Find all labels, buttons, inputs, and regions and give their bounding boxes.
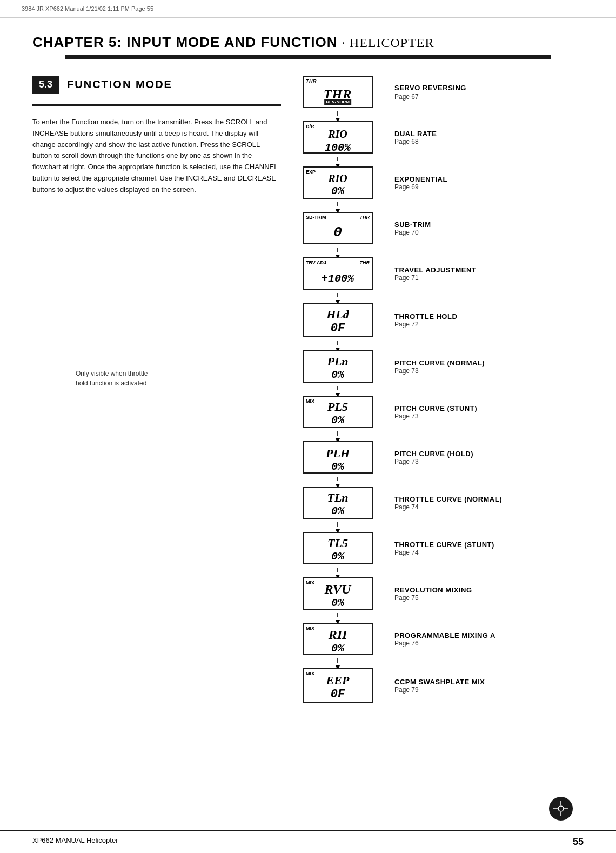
value-exp-top: RIO — [307, 172, 369, 185]
label-exp: EXP — [306, 169, 316, 175]
label-sub-trim: SUB-TRIM Page 70 — [384, 221, 431, 236]
page-pitch-stunt: Page 73 — [394, 412, 477, 420]
page-prog-mix: Page 76 — [394, 639, 496, 647]
value-travel: +100% — [307, 272, 369, 285]
func-pitch-hold: PITCH CURVE (HOLD) — [394, 450, 473, 458]
svg-point-0 — [558, 806, 564, 811]
value-eep: EEP — [307, 674, 369, 688]
arrow-8: ▼ — [303, 436, 373, 441]
label-mix-pm: MIX — [306, 625, 314, 631]
label-mix-ps: MIX — [306, 398, 314, 404]
value-tln-pct: 0% — [307, 505, 369, 517]
chapter-divider-bar — [65, 55, 551, 59]
connector-4 — [303, 248, 373, 252]
func-ccpm: CCPM SWASHPLATE MIX — [394, 678, 485, 686]
func-pitch-stunt: PITCH CURVE (STUNT) — [394, 404, 477, 412]
annotation-line2: hold function is activated — [76, 378, 173, 388]
arrow-1: ▼ — [303, 116, 373, 121]
flow-row-prog-mix: MIX RII 0% PROGRAMMABLE MIXING A Page 76 — [303, 623, 584, 655]
label-travel: TRAVEL ADJUSTMENT Page 71 — [384, 266, 476, 282]
annotation-note: Only visible when throttle hold function… — [76, 369, 173, 388]
flow-row-ccpm: MIX EEP 0F CCPM SWASHPLATE MIX Page 79 — [303, 668, 584, 703]
value-rvu: RVU — [307, 582, 369, 597]
label-thr-normal: THROTTLE CURVE (NORMAL) Page 74 — [384, 495, 502, 511]
display-travel: TRV ADJ THR +100% — [303, 257, 373, 290]
display-thr-normal: TLn 0% — [303, 487, 373, 519]
display-pitch-hold: PLH 0% — [303, 441, 373, 474]
label-sb-trim: SB-TRIM — [306, 215, 326, 220]
section-divider — [32, 104, 281, 106]
flow-row-dual-rate: D/R RIO 100% DUAL RATE Page 68 — [303, 121, 584, 154]
display-pitch-stunt: MIX PL5 0% — [303, 396, 373, 428]
display-thr-stunt: TL5 0% — [303, 532, 373, 564]
label-exp: EXPONENTIAL Page 69 — [384, 175, 447, 191]
value-rvu-pct: 0% — [307, 597, 369, 609]
annotation-line1: Only visible when throttle — [76, 369, 173, 378]
func-travel: TRAVEL ADJUSTMENT — [394, 266, 476, 274]
arrow-4: ▼ — [303, 252, 373, 257]
flow-row-thr-stunt: TL5 0% THROTTLE CURVE (STUNT) Page 74 — [303, 532, 584, 564]
page-sub-trim: Page 70 — [394, 229, 431, 236]
page-thr-stunt: Page 74 — [394, 549, 494, 556]
label-ccpm: CCPM SWASHPLATE MIX Page 79 — [384, 678, 485, 694]
arrow-9: ▼ — [303, 481, 373, 487]
display-dual-rate: D/R RIO 100% — [303, 121, 373, 154]
value-plh: PLH — [307, 447, 369, 461]
page-travel: Page 71 — [394, 274, 476, 282]
connector-11 — [303, 568, 373, 572]
connector-13 — [303, 658, 373, 663]
label-prog-mix: PROGRAMMABLE MIXING A Page 76 — [384, 631, 496, 647]
crosshair-circle — [549, 797, 573, 821]
section-header: 5.3 FUNCTION MODE — [32, 76, 281, 94]
crosshair-icon — [553, 801, 568, 816]
page-rev-mix: Page 75 — [394, 594, 472, 602]
value-rii-pct: 0% — [307, 642, 369, 655]
func-thr-stunt: THROTTLE CURVE (STUNT) — [394, 541, 494, 549]
arrow-3: ▼ — [303, 206, 373, 212]
arrow-11: ▼ — [303, 572, 373, 577]
footer-left: XP662 MANUAL Helicopter — [32, 836, 118, 848]
page-header: 3984 JR XP662 Manual 1/21/02 1:11 PM Pag… — [0, 0, 616, 18]
connector-2 — [303, 157, 373, 161]
value-pln: PLn — [307, 355, 369, 369]
value-hld-of: 0F — [307, 322, 369, 335]
rev-norm-badge: REV•NORM — [324, 99, 351, 105]
value-pls: PL5 — [307, 400, 369, 414]
value-hld: HLd — [307, 308, 369, 322]
display-pitch-normal: PLn 0% — [303, 350, 373, 383]
flow-row-sub-trim: SB-TRIM THR 0 SUB-TRIM Page 70 — [303, 212, 584, 244]
value-sub-trim: 0 — [307, 224, 369, 241]
value-pln-pct: 0% — [307, 369, 369, 381]
flow-row-pitch-normal: PLn 0% PITCH CURVE (NORMAL) Page 73 — [303, 350, 584, 383]
value-dual-rate: RIO — [307, 128, 369, 142]
label-mix-ccpm: MIX — [306, 671, 314, 676]
connector-3 — [303, 202, 373, 206]
connector-7 — [303, 386, 373, 390]
label-trv-adj: TRV ADJ — [306, 260, 326, 265]
display-throttle-hold: HLd 0F — [303, 303, 373, 337]
connector-5 — [303, 293, 373, 297]
footer-right: 55 — [573, 836, 584, 848]
display-rev-mix: MIX RVU 0% — [303, 577, 373, 610]
label-pitch-stunt: PITCH CURVE (STUNT) Page 73 — [384, 404, 477, 420]
flowchart: THR THR REV•NORM SERVO REVERSING Page 67… — [303, 76, 584, 706]
chapter-title-bold: CHAPTER 5: INPUT MODE AND FUNCTION — [32, 34, 342, 50]
arrow-10: ▼ — [303, 527, 373, 532]
connector-10 — [303, 522, 373, 527]
main-content: 5.3 FUNCTION MODE To enter the Function … — [0, 59, 616, 706]
arrow-13: ▼ — [303, 663, 373, 668]
value-dr-pct: 100% — [307, 142, 369, 154]
display-ccpm: MIX EEP 0F — [303, 668, 373, 703]
section-title: FUNCTION MODE — [67, 78, 172, 91]
label-mix-rv: MIX — [306, 580, 314, 585]
section-number: 5.3 — [32, 76, 59, 94]
func-sub-trim: SUB-TRIM — [394, 221, 431, 229]
label-rev-mix: REVOLUTION MIXING Page 75 — [384, 586, 472, 602]
value-pls-pct: 0% — [307, 414, 369, 426]
func-pitch-normal: PITCH CURVE (NORMAL) — [394, 359, 485, 367]
value-ccpm-of: 0F — [307, 688, 369, 701]
display-servo-rev: THR THR REV•NORM — [303, 76, 373, 108]
func-dual-rate: DUAL RATE — [394, 130, 437, 138]
label-thr-tv: THR — [360, 260, 370, 265]
value-plh-pct: 0% — [307, 461, 369, 473]
